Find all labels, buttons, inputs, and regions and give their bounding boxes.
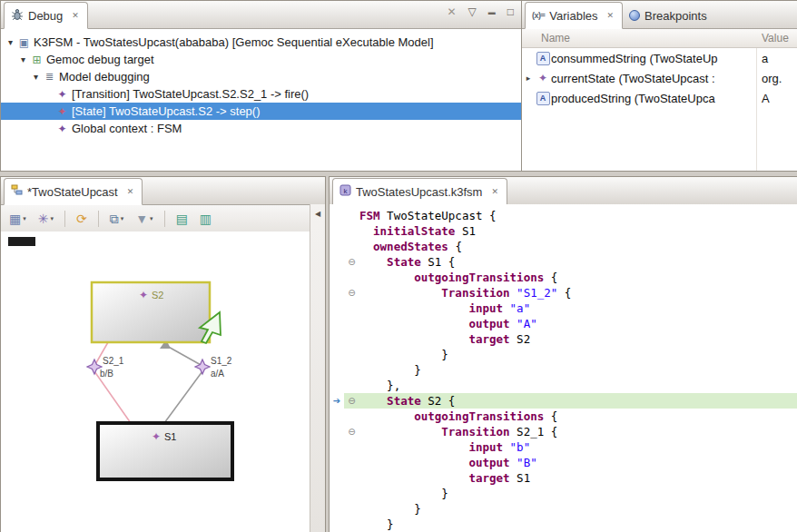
annotation-margin [330, 470, 344, 486]
copy-button[interactable]: ⧉▾ [107, 211, 127, 227]
chevron-down-icon[interactable]: ▾ [121, 215, 124, 222]
code-text: Transition "S1_2" { [359, 285, 571, 300]
annotation-margin [330, 517, 344, 532]
sparkle-icon: ✦ [152, 430, 161, 443]
debug-view-toolbar: ✕ ▽ ▬ □ [447, 5, 514, 18]
tree-item-label: Model debugging [59, 70, 150, 84]
code-line: } [330, 501, 797, 517]
fold-margin [344, 455, 359, 470]
debug-tree-item[interactable]: ✦[Transition] TwoStateUpcast.S2.S2_1 -> … [1, 85, 521, 103]
annotation-margin [330, 285, 344, 300]
code-text: output "A" [359, 316, 537, 331]
fold-margin [344, 316, 359, 331]
code-text: State S1 { [359, 254, 455, 270]
chevron-down-icon[interactable]: ▾ [50, 215, 54, 222]
tree-item-label: K3FSM - TwoStatesUpcast(abababa) [Gemoc … [34, 35, 434, 49]
transition-node-s1-2[interactable] [195, 360, 210, 374]
diagram-canvas[interactable]: ✦ S2 ✦ S1 S2_1 b/B S1_2 a/A [1, 232, 310, 532]
fold-collapse-icon[interactable]: ⊖ [344, 254, 359, 270]
variable-value: A [762, 92, 770, 105]
target-icon: ⊞ [29, 54, 44, 66]
state-s1-label: S1 [164, 431, 176, 442]
tree-expander-icon[interactable]: ▾ [5, 37, 16, 47]
transition-s1-2-name: S1_2 [211, 356, 232, 366]
diagram-editor: *TwoStateUpcast ✕ ▦▾✳▾⟳⧉▾▼▾▤▥ ✦ S2 ✦ [0, 176, 326, 532]
refresh-button[interactable]: ⟳ [74, 211, 90, 227]
code-line: input "a" [330, 300, 797, 316]
chevron-down-icon[interactable]: ▾ [23, 215, 26, 222]
variable-row[interactable]: AconsummedString (TwoStateUpa [522, 48, 797, 68]
layers-button-icon: ▦ [9, 212, 21, 225]
tab-k3fsm-close-icon[interactable]: ✕ [489, 186, 500, 197]
annotation-margin [330, 362, 344, 378]
transition-edge-s2-s1[interactable] [94, 342, 131, 423]
view-menu-icon[interactable]: ▽ [468, 5, 477, 18]
fold-margin [344, 439, 359, 455]
variable-row[interactable]: AproducedString (TwoStateUpcaA [522, 88, 797, 108]
annotation-margin [330, 347, 344, 362]
tab-variables[interactable]: (x)= Variables ✕ [525, 2, 623, 29]
tab-diagram-close-icon[interactable]: ✕ [125, 186, 136, 197]
code-line: ➔⊖ State S2 { [330, 393, 797, 409]
variables-table: AconsummedString (TwoStateUpa▸✦currentSt… [522, 48, 797, 172]
tab-variables-label: Variables [549, 9, 597, 23]
fold-margin [344, 300, 359, 316]
fold-collapse-icon[interactable]: ⊖ [344, 424, 359, 439]
column-name[interactable]: Name [522, 32, 570, 44]
tree-expander-icon[interactable]: ▾ [17, 54, 29, 64]
breakpoint-icon [629, 10, 640, 21]
transition-edge-s1-s2[interactable] [164, 345, 202, 423]
tree-expander-icon[interactable]: ▾ [30, 72, 42, 82]
remove-all-terminated-icon[interactable]: ✕ [447, 5, 456, 18]
filter-button[interactable]: ▼▾ [133, 211, 155, 227]
debug-view: Debug ✕ ✕ ▽ ▬ □ ▾▣K3FSM - TwoStatesUpcas… [0, 0, 522, 172]
layers-button[interactable]: ▦▾ [6, 211, 29, 227]
transition-s1-2-io: a/A [211, 369, 224, 379]
code-text: } [359, 486, 448, 501]
tab-diagram[interactable]: *TwoStateUpcast ✕ [4, 178, 143, 205]
export-image-button[interactable]: ▤ [173, 211, 191, 227]
fold-margin [344, 517, 359, 532]
debug-tree-item[interactable]: ✦[State] TwoStateUpcast.S2 -> step() [1, 103, 521, 120]
code-text: } [359, 362, 421, 378]
transition-s2-1-io: b/B [100, 369, 113, 379]
arrange-button-icon: ✳ [38, 212, 49, 225]
annotation-margin [330, 439, 344, 455]
collapse-palette-icon[interactable]: ◀ [310, 210, 325, 218]
arrange-button[interactable]: ✳▾ [35, 211, 56, 227]
code-line: ownedStates { [330, 239, 797, 254]
chevron-down-icon[interactable]: ▾ [150, 215, 153, 222]
tab-debug-close-icon[interactable]: ✕ [70, 10, 81, 21]
annotation-margin [330, 378, 344, 393]
palette-collapse-strip[interactable]: ◀ [310, 204, 325, 532]
transition-s2-1-name: S2_1 [103, 356, 124, 366]
code-line: } [330, 517, 797, 532]
toolbar-separator [164, 211, 165, 227]
variable-row[interactable]: ▸✦currentState (TwoStateUpcast :org. [522, 68, 797, 88]
fold-collapse-icon[interactable]: ⊖ [344, 393, 359, 409]
tab-breakpoints[interactable]: Breakpoints [623, 3, 713, 28]
print-button-icon: ▥ [200, 212, 212, 225]
code-text: input "b" [359, 439, 530, 455]
state-node-s2[interactable] [92, 282, 210, 342]
debug-tree-item[interactable]: ▾⊞Gemoc debug target [1, 51, 521, 68]
minimize-icon[interactable]: ▬ [488, 8, 496, 16]
column-value[interactable]: Value [762, 32, 789, 44]
fold-collapse-icon[interactable]: ⊖ [344, 285, 359, 300]
tab-variables-close-icon[interactable]: ✕ [605, 10, 616, 21]
code-area[interactable]: FSM TwoStateUpcast { initialState S1 own… [330, 204, 797, 532]
debug-tabbar: Debug ✕ ✕ ▽ ▬ □ [1, 1, 521, 29]
fold-margin [344, 362, 359, 378]
maximize-icon[interactable]: □ [507, 5, 514, 18]
code-text: target S1 [359, 470, 530, 486]
debug-tree-item[interactable]: ▾▣K3FSM - TwoStatesUpcast(abababa) [Gemo… [1, 34, 521, 51]
tab-k3fsm-file[interactable]: k TwoStatesUpcast.k3fsm ✕ [332, 178, 507, 205]
print-button[interactable]: ▥ [197, 211, 214, 227]
debug-tree-item[interactable]: ▾≣Model debugging [1, 68, 521, 85]
tab-debug[interactable]: Debug ✕ [4, 2, 88, 29]
code-line: output "A" [330, 316, 797, 331]
code-text: }, [359, 378, 400, 393]
row-expander-icon[interactable]: ▸ [522, 74, 535, 83]
debug-tree-item[interactable]: ✦Global context : FSM [1, 120, 521, 137]
variables-icon: (x)= [532, 11, 545, 20]
